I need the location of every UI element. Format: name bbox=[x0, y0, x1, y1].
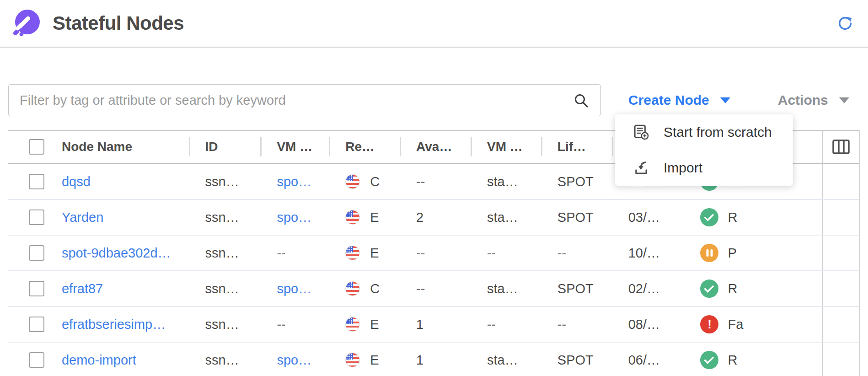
vm-name-link[interactable]: spo… bbox=[277, 210, 311, 225]
created-value: 02/… bbox=[628, 281, 660, 296]
column-header-vm-size[interactable]: VM … bbox=[471, 131, 541, 163]
table-row: demo-import ssn… spo… E 1 sta… SPOT 06/…… bbox=[8, 343, 859, 376]
availability-zone-value: 1 bbox=[416, 353, 423, 368]
table-row: efrat87 ssn… spo… C -- sta… SPOT 02/… R bbox=[8, 271, 859, 307]
node-id: ssn… bbox=[205, 246, 239, 261]
vm-size-value: sta… bbox=[487, 281, 518, 296]
column-header-availability[interactable]: Ava… bbox=[400, 131, 471, 163]
lifecycle-value: -- bbox=[557, 246, 566, 261]
row-checkbox[interactable] bbox=[29, 317, 44, 332]
node-id: ssn… bbox=[205, 210, 239, 225]
refresh-icon[interactable] bbox=[836, 14, 854, 32]
menu-item-start-from-scratch[interactable]: Start from scratch bbox=[615, 114, 793, 150]
row-checkbox[interactable] bbox=[29, 281, 44, 296]
vm-size-value: sta… bbox=[487, 210, 518, 225]
menu-item-import[interactable]: Import bbox=[615, 150, 793, 186]
column-picker-button[interactable] bbox=[822, 131, 859, 163]
create-node-label: Create Node bbox=[628, 92, 709, 108]
vm-size-value: -- bbox=[487, 317, 496, 332]
column-header-id[interactable]: ID bbox=[189, 131, 261, 163]
status-icon bbox=[700, 279, 718, 298]
create-node-button[interactable]: Create Node bbox=[628, 92, 730, 108]
table-row: Yarden ssn… spo… E 2 sta… SPOT 03/… R bbox=[8, 200, 859, 236]
node-id: ssn… bbox=[205, 174, 239, 189]
status-label: R bbox=[728, 353, 737, 368]
vm-size-value: -- bbox=[487, 246, 496, 261]
toolbar: Create Node Actions bbox=[8, 84, 860, 116]
us-flag-icon bbox=[345, 281, 360, 296]
table-body: dqsd ssn… spo… C -- sta… SPOT 02/… R Yar… bbox=[8, 164, 859, 376]
page-title: Stateful Nodes bbox=[53, 12, 184, 34]
availability-zone-value: -- bbox=[416, 174, 425, 189]
status-icon bbox=[700, 351, 718, 369]
node-id: ssn… bbox=[205, 281, 239, 296]
columns-icon bbox=[832, 140, 850, 154]
column-header-vm-name[interactable]: VM … bbox=[260, 131, 329, 163]
create-node-menu: Start from scratch Import bbox=[615, 114, 793, 186]
node-name-link[interactable]: efratbseriesimp… bbox=[62, 317, 166, 332]
availability-zone-value: 2 bbox=[416, 210, 423, 225]
spot-logo bbox=[12, 10, 40, 37]
lifecycle-value: SPOT bbox=[557, 353, 594, 368]
created-value: 03/… bbox=[628, 210, 660, 225]
node-name-link[interactable]: Yarden bbox=[62, 210, 103, 225]
region-value: C bbox=[370, 281, 380, 296]
row-checkbox[interactable] bbox=[29, 352, 44, 368]
region-value: E bbox=[370, 210, 379, 225]
row-checkbox[interactable] bbox=[29, 245, 44, 261]
column-header-node-name[interactable]: Node Name bbox=[46, 131, 189, 163]
node-id: ssn… bbox=[205, 353, 239, 368]
node-id: ssn… bbox=[205, 317, 239, 332]
column-header-lifecycle[interactable]: Lif… bbox=[541, 131, 612, 163]
table-row: efratbseriesimp… ssn… -- E 1 -- -- 08/… … bbox=[8, 307, 859, 343]
filter-input[interactable] bbox=[8, 84, 601, 116]
search-icon bbox=[573, 93, 589, 108]
vm-name-link[interactable]: -- bbox=[277, 317, 285, 332]
status-label: Fa bbox=[728, 317, 743, 332]
filter-wrap bbox=[8, 84, 601, 116]
status-icon bbox=[700, 244, 718, 262]
availability-zone-value: -- bbox=[416, 246, 425, 261]
us-flag-icon bbox=[345, 174, 360, 189]
document-plus-icon bbox=[632, 124, 650, 140]
chevron-down-icon bbox=[720, 97, 730, 103]
created-value: 08/… bbox=[628, 317, 660, 332]
chevron-down-icon bbox=[839, 97, 849, 103]
lifecycle-value: -- bbox=[557, 317, 566, 332]
node-name-link[interactable]: efrat87 bbox=[62, 281, 103, 296]
actions-button[interactable]: Actions bbox=[778, 92, 849, 108]
vm-name-link[interactable]: spo… bbox=[277, 174, 311, 189]
row-checkbox[interactable] bbox=[29, 209, 44, 225]
status-label: R bbox=[728, 210, 737, 225]
status-icon bbox=[700, 208, 718, 226]
stateful-nodes-page: Stateful Nodes Create Node Actions bbox=[0, 0, 868, 376]
node-name-link[interactable]: demo-import bbox=[62, 353, 136, 368]
status-icon bbox=[700, 315, 718, 333]
table-row: spot-9dbae302d… ssn… -- E -- -- -- 10/… … bbox=[8, 236, 859, 271]
vm-name-link[interactable]: spo… bbox=[277, 281, 311, 296]
us-flag-icon bbox=[345, 246, 360, 260]
row-checkbox[interactable] bbox=[29, 174, 44, 189]
vm-name-link[interactable]: spo… bbox=[277, 353, 311, 368]
vm-size-value: sta… bbox=[487, 353, 518, 368]
lifecycle-value: SPOT bbox=[557, 174, 594, 189]
menu-item-label: Import bbox=[664, 160, 702, 176]
us-flag-icon bbox=[345, 210, 360, 225]
region-value: E bbox=[370, 353, 379, 368]
created-value: 10/… bbox=[628, 246, 660, 261]
node-name-link[interactable]: spot-9dbae302d… bbox=[62, 246, 171, 261]
status-label: R bbox=[728, 281, 737, 296]
lifecycle-value: SPOT bbox=[557, 210, 594, 225]
lifecycle-value: SPOT bbox=[557, 281, 594, 296]
us-flag-icon bbox=[345, 317, 360, 332]
app-header: Stateful Nodes bbox=[0, 0, 868, 48]
created-value: 06/… bbox=[628, 353, 660, 368]
vm-size-value: sta… bbox=[487, 174, 518, 189]
menu-item-label: Start from scratch bbox=[664, 124, 772, 140]
actions-label: Actions bbox=[778, 92, 828, 108]
node-name-link[interactable]: dqsd bbox=[62, 174, 91, 189]
vm-name-link[interactable]: -- bbox=[277, 246, 285, 261]
region-value: E bbox=[370, 246, 379, 261]
select-all-checkbox[interactable] bbox=[29, 139, 44, 155]
column-header-region[interactable]: Re… bbox=[329, 131, 400, 163]
